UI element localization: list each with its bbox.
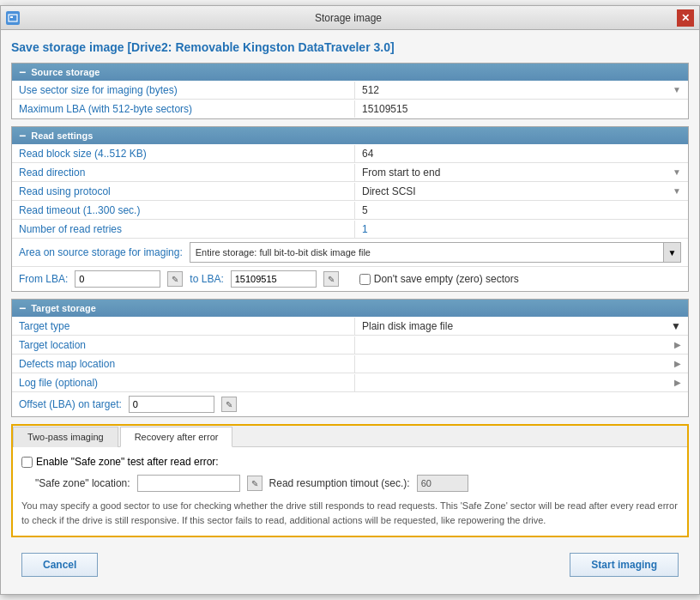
- read-retries-row: Number of read retries 1: [12, 220, 688, 239]
- target-type-value: Plain disk image file ▼: [355, 318, 688, 335]
- defects-map-label: Defects map location: [12, 355, 355, 373]
- read-protocol-dropdown-arrow[interactable]: ▼: [673, 186, 681, 196]
- read-retries-value: 1: [355, 221, 688, 238]
- area-value-text: Entire storage: full bit-to-bit disk ima…: [190, 247, 663, 258]
- offset-row: Offset (LBA) on target: ✎: [12, 392, 688, 416]
- offset-label: Offset (LBA) on target:: [19, 398, 122, 410]
- read-direction-dropdown-arrow[interactable]: ▼: [673, 167, 681, 177]
- area-label: Area on source storage for imaging:: [19, 246, 183, 258]
- read-timeout-row: Read timeout (1..300 sec.) 5: [12, 201, 688, 220]
- lba-row: From LBA: ✎ to LBA: ✎ Don't save empty (…: [12, 267, 688, 291]
- main-window: Storage image ✕ Save storage image [Driv…: [0, 5, 700, 595]
- tab-content-recovery: Enable "Safe zone" test after read error…: [13, 447, 687, 536]
- read-settings-collapse-icon[interactable]: −: [19, 130, 26, 142]
- target-storage-section: − Target storage Target type Plain disk …: [11, 299, 689, 417]
- window-title: Storage image: [20, 12, 677, 24]
- footer: Cancel Start imaging: [11, 546, 689, 584]
- max-lba-row: Maximum LBA (with 512-byte sectors) 1510…: [12, 100, 688, 118]
- read-direction-label: Read direction: [12, 164, 355, 181]
- max-lba-value: 15109515: [355, 100, 688, 118]
- tabs-header: Two-pass imaging Recovery after error: [13, 426, 687, 447]
- log-file-label: Log file (optional): [12, 374, 355, 391]
- block-size-value: 64: [355, 145, 688, 162]
- target-type-row: Target type Plain disk image file ▼: [12, 317, 688, 336]
- enable-safezone-checkbox[interactable]: [21, 457, 33, 468]
- read-settings-header: − Read settings: [12, 127, 688, 144]
- target-type-label: Target type: [12, 318, 355, 335]
- safezone-input[interactable]: [137, 475, 240, 492]
- recovery-info-text: You may specify a good sector to use for…: [21, 499, 679, 527]
- area-value-container: Entire storage: full bit-to-bit disk ima…: [190, 242, 681, 263]
- target-location-arrow[interactable]: ▶: [674, 340, 681, 349]
- sector-size-value: 512 ▼: [355, 82, 688, 99]
- read-settings-label: Read settings: [31, 130, 93, 141]
- start-imaging-button[interactable]: Start imaging: [570, 553, 679, 577]
- target-type-dropdown-arrow[interactable]: ▼: [671, 320, 681, 332]
- read-protocol-value: Direct SCSI ▼: [355, 183, 688, 200]
- offset-edit-icon[interactable]: ✎: [221, 397, 237, 412]
- target-collapse-icon[interactable]: −: [19, 302, 26, 314]
- defects-map-arrow[interactable]: ▶: [674, 359, 681, 368]
- app-icon: [6, 11, 20, 25]
- to-lba-edit-icon[interactable]: ✎: [323, 271, 339, 287]
- area-row: Area on source storage for imaging: Enti…: [12, 239, 688, 267]
- log-file-value: ▶: [355, 375, 688, 390]
- resumption-label: Read resumption timout (sec.):: [269, 477, 410, 489]
- log-file-arrow[interactable]: ▶: [674, 378, 681, 387]
- area-dropdown-button[interactable]: ▼: [663, 243, 680, 262]
- empty-sectors-checkbox[interactable]: [359, 274, 371, 285]
- target-storage-header: − Target storage: [12, 300, 688, 317]
- enable-safezone-label: Enable "Safe zone" test after read error…: [36, 456, 219, 468]
- from-lba-label: From LBA:: [19, 273, 68, 285]
- tabs-container: Two-pass imaging Recovery after error En…: [11, 424, 689, 537]
- offset-input[interactable]: [129, 396, 214, 413]
- read-direction-value: From start to end ▼: [355, 164, 688, 181]
- target-location-label: Target location: [12, 336, 355, 354]
- read-timeout-label: Read timeout (1..300 sec.): [12, 202, 355, 219]
- tab-two-pass[interactable]: Two-pass imaging: [13, 427, 118, 447]
- safezone-location-row: "Safe zone" location: ✎ Read resumption …: [21, 475, 679, 492]
- source-storage-header: − Source storage: [12, 64, 688, 81]
- defects-map-value: ▶: [355, 356, 688, 371]
- title-bar: Storage image ✕: [1, 6, 699, 30]
- target-location-value: ▶: [355, 337, 688, 352]
- to-lba-input[interactable]: [231, 270, 317, 288]
- page-title: Save storage image [Drive2: Removable Ki…: [11, 40, 689, 54]
- read-retries-label: Number of read retries: [12, 221, 355, 238]
- block-size-row: Read block size (4..512 KB) 64: [12, 144, 688, 163]
- log-file-row: Log file (optional) ▶: [12, 373, 688, 392]
- window-body: Save storage image [Drive2: Removable Ki…: [1, 30, 699, 594]
- safezone-edit-icon[interactable]: ✎: [247, 476, 262, 491]
- sector-size-dropdown-arrow[interactable]: ▼: [673, 85, 681, 94]
- read-settings-section: − Read settings Read block size (4..512 …: [11, 126, 689, 292]
- empty-sectors-label: Don't save empty (zero) sectors: [374, 273, 519, 285]
- tab-recovery[interactable]: Recovery after error: [120, 427, 233, 447]
- section-collapse-icon[interactable]: −: [19, 66, 26, 78]
- target-location-row: Target location ▶: [12, 336, 688, 355]
- block-size-label: Read block size (4..512 KB): [12, 145, 355, 162]
- svg-rect-1: [10, 16, 13, 18]
- from-lba-input[interactable]: [75, 270, 160, 288]
- resumption-input[interactable]: [417, 475, 468, 492]
- source-storage-label: Source storage: [31, 67, 100, 77]
- sector-size-label: Use sector size for imaging (bytes): [12, 82, 355, 99]
- read-timeout-value: 5: [355, 202, 688, 219]
- read-direction-row: Read direction From start to end ▼: [12, 163, 688, 182]
- source-storage-section: − Source storage Use sector size for ima…: [11, 63, 689, 119]
- empty-sectors-checkbox-label[interactable]: Don't save empty (zero) sectors: [359, 273, 519, 285]
- close-button[interactable]: ✕: [677, 9, 694, 27]
- cancel-button[interactable]: Cancel: [21, 553, 98, 577]
- target-storage-label: Target storage: [31, 303, 96, 313]
- read-protocol-label: Read using protocol: [12, 183, 355, 200]
- enable-safezone-row: Enable "Safe zone" test after read error…: [21, 456, 679, 468]
- sector-size-row: Use sector size for imaging (bytes) 512 …: [12, 81, 688, 100]
- to-lba-label: to LBA:: [190, 273, 223, 285]
- from-lba-edit-icon[interactable]: ✎: [167, 271, 183, 287]
- defects-map-row: Defects map location ▶: [12, 355, 688, 373]
- max-lba-label: Maximum LBA (with 512-byte sectors): [12, 100, 355, 118]
- safezone-location-label: "Safe zone" location:: [35, 477, 130, 489]
- read-protocol-row: Read using protocol Direct SCSI ▼: [12, 182, 688, 201]
